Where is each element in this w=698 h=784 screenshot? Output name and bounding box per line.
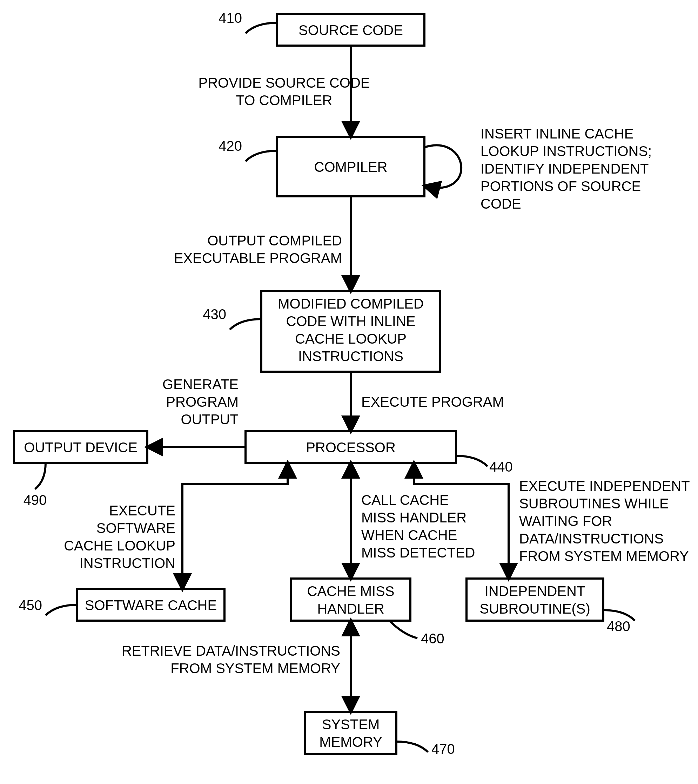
svg-text:PORTIONS OF SOURCE: PORTIONS OF SOURCE xyxy=(480,178,641,194)
svg-text:COMPILER: COMPILER xyxy=(314,159,388,175)
svg-text:EXECUTE INDEPENDENT: EXECUTE INDEPENDENT xyxy=(519,478,690,494)
box-processor: PROCESSOR 440 xyxy=(246,431,513,474)
box-compiler: COMPILER 420 xyxy=(218,137,461,196)
svg-text:470: 470 xyxy=(431,741,455,757)
svg-text:430: 430 xyxy=(203,306,226,322)
svg-text:440: 440 xyxy=(489,459,513,474)
svg-text:MISS DETECTED: MISS DETECTED xyxy=(361,545,475,560)
edge-modified-to-processor: EXECUTE PROGRAM xyxy=(351,372,504,431)
svg-text:420: 420 xyxy=(218,138,242,153)
svg-text:480: 480 xyxy=(607,619,630,634)
svg-text:MEMORY: MEMORY xyxy=(319,734,382,749)
flowchart: SOURCE CODE 410 COMPILER 420 INSERT INLI… xyxy=(0,0,698,784)
svg-text:MODIFIED COMPILED: MODIFIED COMPILED xyxy=(278,296,424,311)
svg-text:MISS HANDLER: MISS HANDLER xyxy=(361,510,467,525)
box-source-code: SOURCE CODE 410 xyxy=(218,10,424,46)
svg-text:INSTRUCTION: INSTRUCTION xyxy=(79,555,175,571)
svg-text:SOFTWARE: SOFTWARE xyxy=(96,520,175,536)
svg-text:GENERATE: GENERATE xyxy=(162,377,239,392)
svg-text:SOFTWARE CACHE: SOFTWARE CACHE xyxy=(85,598,217,613)
svg-text:PROCESSOR: PROCESSOR xyxy=(306,440,396,455)
svg-text:DATA/INSTRUCTIONS: DATA/INSTRUCTIONS xyxy=(519,531,663,546)
svg-text:RETRIEVE DATA/INSTRUCTIONS: RETRIEVE DATA/INSTRUCTIONS xyxy=(122,643,340,659)
edge-processor-to-output: GENERATE PROGRAM OUTPUT xyxy=(147,377,246,447)
svg-text:INSTRUCTIONS: INSTRUCTIONS xyxy=(298,349,403,364)
svg-text:450: 450 xyxy=(18,598,42,613)
svg-text:TO COMPILER: TO COMPILER xyxy=(236,92,333,108)
box-independent-subroutines: INDEPENDENT SUBROUTINE(S) 480 xyxy=(467,578,635,634)
svg-text:CODE WITH INLINE: CODE WITH INLINE xyxy=(286,313,416,329)
box-modified-code: MODIFIED COMPILED CODE WITH INLINE CACHE… xyxy=(203,291,440,372)
svg-text:LOOKUP INSTRUCTIONS;: LOOKUP INSTRUCTIONS; xyxy=(480,143,652,159)
svg-text:460: 460 xyxy=(421,631,444,646)
svg-text:CODE: CODE xyxy=(480,196,521,211)
svg-text:FROM SYSTEM MEMORY: FROM SYSTEM MEMORY xyxy=(170,660,340,676)
label-compiler-self: INSERT INLINE CACHE LOOKUP INSTRUCTIONS;… xyxy=(480,126,652,211)
svg-text:SYSTEM: SYSTEM xyxy=(322,716,380,732)
svg-text:EXECUTABLE PROGRAM: EXECUTABLE PROGRAM xyxy=(174,250,342,266)
svg-text:410: 410 xyxy=(218,10,242,26)
svg-text:FROM SYSTEM MEMORY: FROM SYSTEM MEMORY xyxy=(519,548,689,564)
edge-compiler-to-modified: OUTPUT COMPILED EXECUTABLE PROGRAM xyxy=(174,196,351,291)
box-cache-miss-handler: CACHE MISS HANDLER 460 xyxy=(291,578,444,646)
svg-text:OUTPUT: OUTPUT xyxy=(181,412,239,427)
edge-processor-to-swcache: EXECUTE SOFTWARE CACHE LOOKUP INSTRUCTIO… xyxy=(64,463,288,589)
svg-text:CACHE LOOKUP: CACHE LOOKUP xyxy=(295,331,406,346)
svg-text:PROVIDE SOURCE CODE: PROVIDE SOURCE CODE xyxy=(198,75,370,91)
edge-source-to-compiler: PROVIDE SOURCE CODE TO COMPILER xyxy=(198,46,370,137)
edge-cmh-to-sysmem: RETRIEVE DATA/INSTRUCTIONS FROM SYSTEM M… xyxy=(122,621,351,712)
box-output-device: OUTPUT DEVICE 490 xyxy=(14,431,147,508)
box-system-memory: SYSTEM MEMORY 470 xyxy=(305,712,455,757)
svg-text:CACHE MISS: CACHE MISS xyxy=(307,583,394,599)
svg-text:INSERT INLINE CACHE: INSERT INLINE CACHE xyxy=(480,126,634,141)
svg-text:EXECUTE PROGRAM: EXECUTE PROGRAM xyxy=(361,394,504,410)
svg-text:EXECUTE: EXECUTE xyxy=(109,503,175,518)
box-software-cache: SOFTWARE CACHE 450 xyxy=(18,589,224,621)
svg-text:CACHE LOOKUP: CACHE LOOKUP xyxy=(64,538,175,553)
svg-text:INDEPENDENT: INDEPENDENT xyxy=(485,583,586,599)
svg-text:SUBROUTINES WHILE: SUBROUTINES WHILE xyxy=(519,496,669,511)
svg-text:CALL CACHE: CALL CACHE xyxy=(361,492,449,508)
svg-text:490: 490 xyxy=(23,492,47,508)
svg-text:WHEN CACHE: WHEN CACHE xyxy=(361,527,457,543)
svg-text:WAITING FOR: WAITING FOR xyxy=(519,513,612,529)
svg-text:SUBROUTINE(S): SUBROUTINE(S) xyxy=(480,601,590,616)
svg-text:IDENTIFY INDEPENDENT: IDENTIFY INDEPENDENT xyxy=(480,161,648,176)
svg-text:SOURCE CODE: SOURCE CODE xyxy=(299,23,403,38)
svg-text:OUTPUT COMPILED: OUTPUT COMPILED xyxy=(207,233,342,248)
svg-text:HANDLER: HANDLER xyxy=(317,601,384,616)
svg-text:PROGRAM: PROGRAM xyxy=(166,394,239,410)
svg-text:OUTPUT DEVICE: OUTPUT DEVICE xyxy=(24,440,137,455)
